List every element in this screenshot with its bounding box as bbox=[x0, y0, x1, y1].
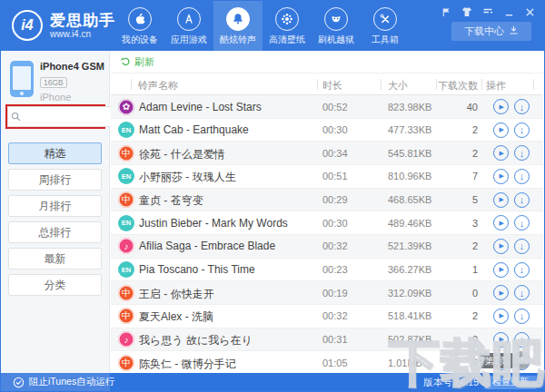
ringtone-name: Adam Levine - Lost Stars bbox=[139, 101, 262, 113]
refresh-icon bbox=[120, 56, 131, 67]
download-button[interactable]: ↓ bbox=[514, 309, 530, 324]
nav-item-3[interactable]: 酷炫铃声 bbox=[213, 1, 263, 51]
download-button[interactable]: ↓ bbox=[514, 285, 530, 300]
menu-icon[interactable] bbox=[482, 6, 493, 17]
ringtone-row[interactable]: EN Pia Toscano - This Time 00:23 366.27K… bbox=[111, 259, 543, 282]
check-update-button[interactable]: 检查更新 bbox=[484, 376, 537, 389]
block-itunes-toggle[interactable]: 阻止iTunes自动运行 bbox=[1, 373, 110, 391]
ringtone-row[interactable]: 中 徐苑 - 什么是爱情 00:34 545.81KB 2 ▶ ↓ bbox=[111, 142, 543, 165]
language-badge-icon: 中 bbox=[118, 355, 134, 371]
ringtone-row[interactable]: EN Matt Cab - Earthquake 00:30 477.33KB … bbox=[111, 119, 543, 142]
ringtone-list: ✿ Adam Levine - Lost Stars 00:52 823.98K… bbox=[111, 95, 543, 373]
sidebar-item-5[interactable]: 最新 bbox=[8, 248, 102, 270]
skin-icon[interactable] bbox=[461, 6, 472, 17]
apple-icon bbox=[132, 11, 148, 27]
minimize-icon[interactable] bbox=[503, 6, 514, 17]
ringtone-name: Pia Toscano - This Time bbox=[139, 263, 255, 276]
nav-item-4[interactable]: 高清壁纸 bbox=[263, 1, 312, 51]
ringtone-row[interactable]: ♪ Afilia Saga - Embrace Blade 00:32 521.… bbox=[111, 235, 543, 259]
ringtone-name: 王启 - 你快走开 bbox=[139, 287, 214, 302]
ringtone-duration: 00:32 bbox=[322, 240, 348, 251]
download-button[interactable]: ↓ bbox=[514, 262, 530, 278]
toolbox-icon bbox=[377, 11, 393, 27]
appstore-icon bbox=[181, 11, 197, 27]
ringtone-name: Justin Bieber - Mark My Words bbox=[139, 217, 288, 230]
ringtone-download-count: 2 bbox=[411, 310, 478, 321]
language-badge-icon: EN bbox=[118, 122, 134, 138]
ringtone-duration: 00:29 bbox=[322, 194, 348, 205]
play-button[interactable]: ▶ bbox=[493, 192, 509, 208]
sidebar-item-3[interactable]: 月排行 bbox=[8, 195, 102, 217]
ringtone-row[interactable]: EN Justin Bieber - Mark My Words 00:30 4… bbox=[111, 211, 543, 235]
column-header-downloads: 下载次数 bbox=[411, 79, 478, 93]
app-url: www.i4.cn bbox=[50, 29, 115, 40]
nav-item-5[interactable]: 刷机越狱 bbox=[312, 1, 361, 51]
play-button[interactable]: ▶ bbox=[493, 309, 509, 324]
ringtone-row[interactable]: 中 王启 - 你快走开 00:19 312.09KB 0 ▶ ↓ bbox=[111, 281, 543, 305]
ringtone-duration: 00:34 bbox=[322, 148, 348, 159]
ringtone-name: 徐苑 - 什么是爱情 bbox=[139, 147, 225, 162]
download-button[interactable]: ↓ bbox=[514, 239, 530, 254]
language-badge-icon: EN bbox=[118, 261, 134, 278]
sidebar-item-1[interactable]: 精选 bbox=[8, 142, 102, 164]
ringtone-download-count: 0 bbox=[411, 334, 478, 345]
nav-item-1[interactable]: 我的设备 bbox=[115, 1, 164, 51]
nav-item-2[interactable]: 应用游戏 bbox=[164, 1, 213, 51]
play-button[interactable]: ▶ bbox=[493, 332, 509, 348]
column-header-size: 大小 bbox=[388, 79, 408, 93]
wallpaper-icon bbox=[279, 11, 295, 27]
play-button[interactable]: ▶ bbox=[493, 215, 509, 230]
block-itunes-label: 阻止iTunes自动运行 bbox=[29, 376, 114, 388]
column-header-name: 铃声名称 bbox=[138, 79, 178, 93]
download-button[interactable]: ↓ bbox=[514, 192, 530, 208]
ringtone-row[interactable]: ✿ Adam Levine - Lost Stars 00:52 823.98K… bbox=[111, 95, 543, 119]
ringtone-row[interactable]: 中 陈奂仁 - 微博分手记 01:05 1.01MB 5 ▶ ↓ bbox=[111, 351, 543, 373]
download-button[interactable]: ↓ bbox=[514, 99, 530, 114]
sidebar-item-2[interactable]: 周排行 bbox=[8, 169, 102, 191]
ringtone-row[interactable]: EN 小野丽莎 - 玫瑰人生 00:51 810.96KB 7 ▶ ↓ bbox=[111, 165, 543, 189]
search-annotation-box: 搜索 bbox=[5, 104, 105, 129]
feedback-icon[interactable] bbox=[441, 6, 451, 17]
language-badge-icon: 中 bbox=[118, 191, 134, 208]
refresh-label: 刷新 bbox=[134, 55, 154, 69]
download-button[interactable]: ↓ bbox=[514, 332, 530, 348]
play-button[interactable]: ▶ bbox=[493, 145, 509, 161]
ringtone-duration: 00:23 bbox=[322, 264, 348, 275]
check-circle-icon bbox=[13, 377, 25, 388]
download-center-label: 下载中心 bbox=[464, 24, 504, 38]
device-card: iPhone4 GSM 16GB iPhone bbox=[10, 61, 104, 103]
download-button[interactable]: ↓ bbox=[514, 215, 530, 230]
scroll-to-top-button[interactable] bbox=[512, 351, 530, 369]
nav-item-6[interactable]: 工具箱 bbox=[361, 1, 410, 51]
language-badge-icon: ♪ bbox=[118, 331, 134, 348]
sidebar-item-4[interactable]: 总排行 bbox=[8, 221, 102, 243]
play-button[interactable]: ▶ bbox=[493, 99, 509, 114]
download-center-button[interactable]: 下载中心 bbox=[451, 22, 531, 41]
ringtone-row[interactable]: ♪ 我ら思う 故に我ら在り 00:31 502.87KB 0 ▶ ↓ bbox=[111, 328, 543, 352]
play-button[interactable]: ▶ bbox=[493, 262, 509, 278]
title-bar: i4 爱思助手 www.i4.cn 我的设备 应用游戏 酷炫铃声 高清壁纸 刷机… bbox=[1, 1, 544, 51]
ringtone-duration: 00:31 bbox=[322, 334, 348, 345]
ringtone-duration: 01:05 bbox=[322, 358, 348, 368]
play-button[interactable]: ▶ bbox=[493, 239, 509, 254]
download-button[interactable]: ↓ bbox=[514, 169, 530, 184]
language-badge-icon: 中 bbox=[118, 145, 134, 162]
sidebar-item-6[interactable]: 分类 bbox=[8, 274, 102, 296]
ringtone-row[interactable]: 中 夏天Alex - 洗脑 00:32 518.41KB 2 ▶ ↓ bbox=[111, 305, 543, 328]
download-button[interactable]: ↓ bbox=[514, 122, 530, 138]
ringtone-row[interactable]: 中 童贞 - 苍穹变 00:29 468.65KB 5 ▶ ↓ bbox=[111, 189, 543, 212]
play-button[interactable]: ▶ bbox=[493, 122, 509, 138]
play-button[interactable]: ▶ bbox=[493, 169, 509, 184]
close-icon[interactable] bbox=[524, 6, 535, 17]
jailbreak-icon bbox=[328, 11, 344, 27]
ringtone-download-count: 2 bbox=[411, 148, 478, 159]
ringtone-name: 我ら思う 故に我ら在り bbox=[139, 333, 253, 348]
language-badge-icon: EN bbox=[118, 168, 134, 184]
play-button[interactable]: ▶ bbox=[493, 285, 509, 300]
download-button[interactable]: ↓ bbox=[514, 145, 530, 161]
refresh-button[interactable]: 刷新 bbox=[120, 55, 154, 69]
ringtone-duration: 00:19 bbox=[322, 288, 348, 299]
device-capacity-badge: 16GB bbox=[40, 77, 67, 88]
ringtone-download-count: 2 bbox=[411, 124, 478, 135]
ringtone-name: 陈奂仁 - 微博分手记 bbox=[139, 357, 236, 372]
